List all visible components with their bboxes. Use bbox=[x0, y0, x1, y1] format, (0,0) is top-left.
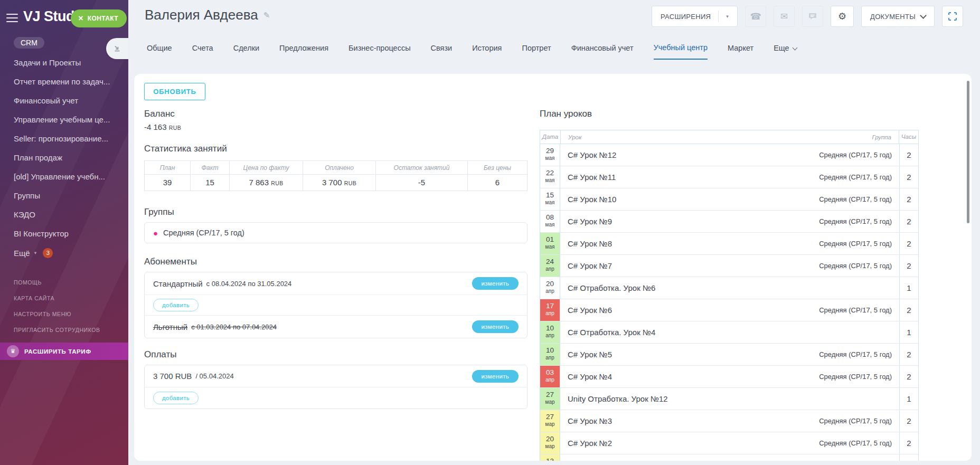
chevron-down-icon bbox=[920, 12, 927, 19]
group-color-dot: ● bbox=[153, 229, 158, 237]
edit-subscription-button[interactable]: изменить bbox=[472, 320, 519, 333]
tab[interactable]: Финансовый учет bbox=[571, 43, 634, 60]
lesson-name: C# Урок №8 bbox=[568, 239, 612, 248]
phone-button[interactable]: ☎ bbox=[745, 6, 766, 27]
lesson-day: 08 bbox=[540, 213, 560, 222]
add-subscription-button[interactable]: добавить bbox=[153, 299, 199, 311]
subscription-name: Льготный bbox=[153, 322, 187, 331]
caret-down-icon[interactable]: ▾ bbox=[726, 14, 729, 19]
sidebar-item[interactable]: Seller: прогнозирование... bbox=[14, 129, 124, 148]
hamburger-menu-icon[interactable] bbox=[6, 14, 18, 22]
email-button[interactable]: ✉ bbox=[774, 6, 795, 27]
lesson-day: 27 bbox=[540, 391, 560, 399]
sidebar-item[interactable]: КЭДО bbox=[14, 205, 124, 224]
settings-button[interactable]: ⚙ bbox=[831, 6, 854, 27]
lesson-month: апр bbox=[540, 310, 560, 316]
subscription-name: Стандартный bbox=[153, 279, 203, 288]
expand-icon bbox=[947, 11, 958, 22]
subscriptions-card: Стандартный с 08.04.2024 по 31.05.2024 и… bbox=[144, 272, 527, 338]
tab-label: Сделки bbox=[233, 44, 259, 52]
tab-label: Учебный центр bbox=[654, 43, 708, 52]
tab[interactable]: Общие bbox=[147, 43, 172, 60]
lesson-table-body: 29 мая C# Урок №12 Средняя (СР/17, 5 год… bbox=[540, 144, 918, 461]
fullscreen-button[interactable] bbox=[942, 6, 963, 27]
more-count-badge: 3 bbox=[43, 248, 53, 258]
lesson-group: Средняя (СР/17, 5 год) bbox=[819, 240, 892, 248]
lesson-date: 10 апр bbox=[540, 344, 560, 365]
balance-amount: -4 163 bbox=[144, 122, 167, 131]
stats-column-header: План bbox=[145, 161, 191, 175]
tab[interactable]: Учебный центр bbox=[654, 43, 708, 60]
stats-column-header: Без цены bbox=[468, 161, 527, 175]
sidebar-collapse-button[interactable] bbox=[106, 38, 128, 59]
header-actions: РАСШИРЕНИЯ ▾ ☎ ✉ ⚙ ДОКУМЕНТЫ bbox=[652, 6, 963, 27]
payment-date: / 05.04.2024 bbox=[195, 372, 233, 380]
sidebar-item[interactable]: Отчет времени по задач... bbox=[14, 72, 124, 91]
lesson-date: 24 апр bbox=[540, 255, 560, 277]
scrollbar-thumb[interactable] bbox=[967, 81, 969, 223]
tab[interactable]: Еще bbox=[774, 43, 797, 60]
crown-icon: ♛ bbox=[7, 345, 19, 357]
tab[interactable]: История bbox=[472, 43, 502, 60]
lesson-group: Средняя (СР/17, 5 год) bbox=[819, 195, 892, 203]
tab[interactable]: Маркет bbox=[728, 43, 753, 60]
tab[interactable]: Бизнес-процессы bbox=[348, 43, 411, 60]
lesson-plan-header: Дата Урок Группа Часы bbox=[540, 130, 918, 144]
tab-label: Счета bbox=[192, 44, 213, 52]
tab[interactable]: Счета bbox=[192, 43, 213, 60]
documents-label: ДОКУМЕНТЫ bbox=[870, 13, 916, 21]
lesson-month: мар bbox=[540, 443, 560, 449]
tab[interactable]: Сделки bbox=[233, 43, 259, 60]
tab-label: Предложения bbox=[279, 44, 328, 52]
stats-column-header: Цена по факту bbox=[230, 161, 303, 175]
crm-badge[interactable]: CRM bbox=[14, 37, 44, 49]
lesson-plan-title: План уроков bbox=[540, 109, 592, 119]
stats-title: Статистика занятий bbox=[144, 144, 227, 154]
button-divider bbox=[718, 11, 719, 22]
stats-value: 7 863 RUB bbox=[230, 175, 303, 191]
column-header-group: Группа bbox=[872, 134, 891, 140]
edit-subscription-button[interactable]: изменить bbox=[472, 277, 519, 290]
lesson-date: 10 апр bbox=[540, 321, 560, 343]
lesson-name: C# Урок №9 bbox=[568, 217, 612, 226]
lesson-name: C# Урок №6 bbox=[568, 306, 612, 315]
upgrade-plan-button[interactable]: ♛ РАСШИРИТЬ ТАРИФ bbox=[0, 343, 128, 360]
add-payment-button[interactable]: добавить bbox=[153, 392, 199, 404]
stats-header-row: ПланФактЦена по фактуОплаченоОстаток зан… bbox=[145, 161, 527, 175]
edit-payment-button[interactable]: изменить bbox=[472, 370, 519, 383]
lesson-day: 10 bbox=[540, 346, 560, 355]
lesson-group: Средняя (СР/17, 5 год) bbox=[819, 417, 892, 425]
lesson-row: 20 мар C# Урок №2 Средняя (СР/17, 5 год)… bbox=[540, 432, 918, 454]
lesson-row: 03 апр C# Урок №4 Средняя (СР/17, 5 год)… bbox=[540, 366, 918, 388]
sidebar-item[interactable]: [old] Управление учебн... bbox=[14, 167, 124, 186]
contact-entity-button[interactable]: × КОНТАКТ bbox=[71, 10, 127, 27]
lesson-name: C# Урок №5 bbox=[568, 350, 612, 359]
sidebar-footer-link[interactable]: КАРТА САЙТА bbox=[14, 290, 100, 306]
sidebar-item[interactable]: Управление учебным це... bbox=[14, 110, 124, 129]
tab[interactable]: Портрет bbox=[522, 43, 551, 60]
lesson-cell: C# Урок №6 Средняя (СР/17, 5 год) bbox=[560, 299, 899, 321]
lesson-row: 17 апр C# Урок №6 Средняя (СР/17, 5 год)… bbox=[540, 299, 918, 321]
edit-icon[interactable]: ✎ bbox=[263, 11, 270, 20]
lesson-row: 10 апр C# Отработка. Урок №4 1 bbox=[540, 321, 918, 344]
lesson-cell: C# Урок №11 Средняя (СР/17, 5 год) bbox=[560, 166, 899, 188]
lesson-hours: 2 bbox=[899, 255, 918, 277]
sidebar-item[interactable]: Задачи и Проекты bbox=[14, 53, 124, 72]
sidebar-item[interactable]: BI Конструктор bbox=[14, 224, 124, 243]
refresh-button[interactable]: ОБНОВИТЬ bbox=[144, 83, 205, 100]
sidebar-item[interactable]: Группы bbox=[14, 186, 124, 205]
tab[interactable]: Связи bbox=[431, 43, 453, 60]
sidebar-footer-link[interactable]: ПОМОЩЬ bbox=[14, 274, 100, 290]
stats-column-header: Оплачено bbox=[303, 161, 376, 175]
tab[interactable]: Предложения bbox=[279, 43, 328, 60]
sidebar-item[interactable]: Финансовый учет bbox=[14, 91, 124, 110]
tab-label: Бизнес-процессы bbox=[348, 44, 411, 52]
documents-button[interactable]: ДОКУМЕНТЫ bbox=[861, 6, 935, 27]
chat-button[interactable] bbox=[802, 6, 823, 27]
sidebar-footer-link[interactable]: НАСТРОИТЬ МЕНЮ bbox=[14, 306, 100, 322]
sidebar-item[interactable]: План продаж bbox=[14, 148, 124, 167]
lesson-name: C# Урок №4 bbox=[568, 372, 612, 381]
sidebar-footer-link[interactable]: ПРИГЛАСИТЬ СОТРУДНИКОВ bbox=[14, 322, 100, 338]
sidebar-item-more[interactable]: Ещё ▾ 3 bbox=[14, 243, 53, 262]
extensions-button[interactable]: РАСШИРЕНИЯ ▾ bbox=[652, 6, 738, 27]
